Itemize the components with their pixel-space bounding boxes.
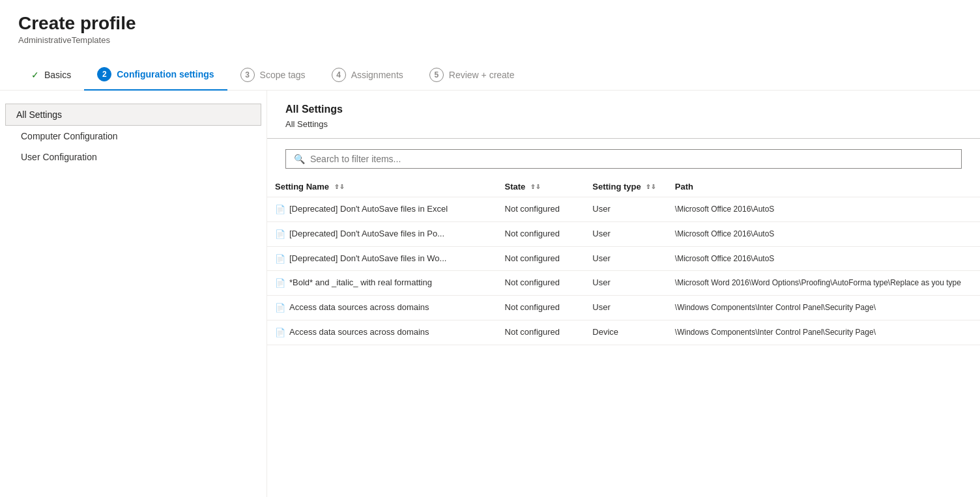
cell-path: \Microsoft Office 2016\AutoS	[667, 246, 980, 271]
doc-icon: 📄	[275, 254, 285, 264]
divider	[267, 138, 980, 139]
header: Create profile AdministrativeTemplates	[0, 0, 980, 53]
sort-arrows-type[interactable]: ⇧⇩	[646, 184, 656, 190]
search-input[interactable]	[310, 154, 953, 164]
path-text: \Microsoft Word 2016\Word Options\Proofi…	[675, 278, 961, 287]
cell-setting-name: 📄[Deprecated] Don't AutoSave files in Wo…	[267, 246, 497, 271]
sidebar-item-all-settings[interactable]: All Settings	[5, 104, 261, 126]
cell-type: User	[584, 246, 667, 271]
check-icon: ✓	[31, 70, 39, 80]
settings-table: Setting Name ⇧⇩ State ⇧⇩ Setting type ⇧⇩	[267, 177, 980, 345]
cell-path: \Microsoft Office 2016\AutoS	[667, 197, 980, 222]
path-text: \Microsoft Office 2016\AutoS	[675, 205, 775, 214]
cell-setting-name: 📄Access data sources across domains	[267, 320, 497, 345]
path-text: \Microsoft Office 2016\AutoS	[675, 254, 775, 263]
tab-review-label: Review + create	[449, 70, 515, 80]
tab-basics-label: Basics	[44, 70, 71, 80]
path-text: \Windows Components\Inter Control Panel\…	[675, 328, 876, 337]
page-container: Create profile AdministrativeTemplates ✓…	[0, 0, 980, 497]
cell-state: Not configured	[497, 221, 585, 246]
breadcrumb: All Settings	[267, 119, 980, 138]
cell-type: User	[584, 197, 667, 222]
table-row[interactable]: 📄Access data sources across domainsNot c…	[267, 320, 980, 345]
sidebar-item-computer-config[interactable]: Computer Configuration	[0, 126, 267, 147]
setting-name-text: [Deprecated] Don't AutoSave files in Po.…	[289, 229, 444, 238]
table-row[interactable]: 📄[Deprecated] Don't AutoSave files in Ex…	[267, 197, 980, 222]
search-icon: 🔍	[294, 154, 305, 164]
tab-config-settings[interactable]: 2 Configuration settings	[84, 61, 227, 91]
cell-type: User	[584, 271, 667, 296]
table-header-row: Setting Name ⇧⇩ State ⇧⇩ Setting type ⇧⇩	[267, 177, 980, 197]
cell-path: \Windows Components\Inter Control Panel\…	[667, 320, 980, 345]
step-4-circle: 4	[332, 68, 346, 82]
tab-config-label: Configuration settings	[117, 69, 214, 79]
sidebar-item-user-config[interactable]: User Configuration	[0, 147, 267, 167]
path-text: \Windows Components\Inter Control Panel\…	[675, 303, 876, 312]
cell-setting-name: 📄Access data sources across domains	[267, 296, 497, 320]
cell-type: User	[584, 221, 667, 246]
content-panel: All Settings All Settings 🔍 Setting Name…	[267, 91, 980, 497]
tab-assignments-label: Assignments	[351, 70, 403, 80]
doc-icon: 📄	[275, 328, 285, 337]
cell-type: User	[584, 296, 667, 320]
tab-scope-tags[interactable]: 3 Scope tags	[227, 61, 319, 90]
step-2-circle: 2	[97, 67, 111, 81]
cell-path: \Microsoft Office 2016\AutoS	[667, 221, 980, 246]
cell-state: Not configured	[497, 271, 585, 296]
page-subtitle: AdministrativeTemplates	[18, 35, 962, 45]
search-bar[interactable]: 🔍	[285, 149, 962, 169]
table-row[interactable]: 📄Access data sources across domainsNot c…	[267, 296, 980, 320]
col-header-setting-name[interactable]: Setting Name ⇧⇩	[267, 177, 497, 197]
step-3-circle: 3	[240, 68, 255, 82]
step-5-circle: 5	[429, 68, 444, 82]
cell-setting-name: 📄*Bold* and _italic_ with real formattin…	[267, 271, 497, 296]
setting-name-text: Access data sources across domains	[289, 302, 429, 312]
doc-icon: 📄	[275, 278, 285, 288]
table-row[interactable]: 📄[Deprecated] Don't AutoSave files in Po…	[267, 221, 980, 246]
col-header-state[interactable]: State ⇧⇩	[497, 177, 585, 197]
wizard-steps: ✓ Basics 2 Configuration settings 3 Scop…	[0, 53, 980, 91]
main-content: All Settings Computer Configuration User…	[0, 91, 980, 497]
tab-review-create[interactable]: 5 Review + create	[416, 61, 528, 90]
cell-state: Not configured	[497, 320, 585, 345]
doc-icon: 📄	[275, 229, 285, 239]
cell-state: Not configured	[497, 246, 585, 271]
tab-basics[interactable]: ✓ Basics	[18, 63, 84, 88]
page-title: Create profile	[18, 13, 962, 34]
table-container[interactable]: Setting Name ⇧⇩ State ⇧⇩ Setting type ⇧⇩	[267, 177, 980, 497]
cell-state: Not configured	[497, 296, 585, 320]
setting-name-text: Access data sources across domains	[289, 327, 429, 337]
doc-icon: 📄	[275, 303, 285, 313]
content-heading: All Settings	[267, 104, 980, 119]
doc-icon: 📄	[275, 205, 285, 214]
setting-name-text: [Deprecated] Don't AutoSave files in Wo.…	[289, 253, 446, 263]
table-body: 📄[Deprecated] Don't AutoSave files in Ex…	[267, 197, 980, 345]
setting-name-text: *Bold* and _italic_ with real formatting	[289, 277, 432, 287]
cell-state: Not configured	[497, 197, 585, 222]
table-row[interactable]: 📄*Bold* and _italic_ with real formattin…	[267, 271, 980, 296]
setting-name-text: [Deprecated] Don't AutoSave files in Exc…	[289, 204, 448, 214]
tab-assignments[interactable]: 4 Assignments	[319, 61, 416, 90]
cell-setting-name: 📄[Deprecated] Don't AutoSave files in Ex…	[267, 197, 497, 222]
cell-type: Device	[584, 320, 667, 345]
table-row[interactable]: 📄[Deprecated] Don't AutoSave files in Wo…	[267, 246, 980, 271]
cell-setting-name: 📄[Deprecated] Don't AutoSave files in Po…	[267, 221, 497, 246]
sidebar: All Settings Computer Configuration User…	[0, 91, 267, 497]
tab-scope-label: Scope tags	[260, 70, 306, 80]
cell-path: \Windows Components\Inter Control Panel\…	[667, 296, 980, 320]
cell-path: \Microsoft Word 2016\Word Options\Proofi…	[667, 271, 980, 296]
col-header-path: Path	[667, 177, 980, 197]
path-text: \Microsoft Office 2016\AutoS	[675, 229, 775, 238]
sort-arrows-state[interactable]: ⇧⇩	[530, 184, 541, 190]
sort-arrows-name[interactable]: ⇧⇩	[334, 184, 345, 190]
col-header-type[interactable]: Setting type ⇧⇩	[584, 177, 667, 197]
